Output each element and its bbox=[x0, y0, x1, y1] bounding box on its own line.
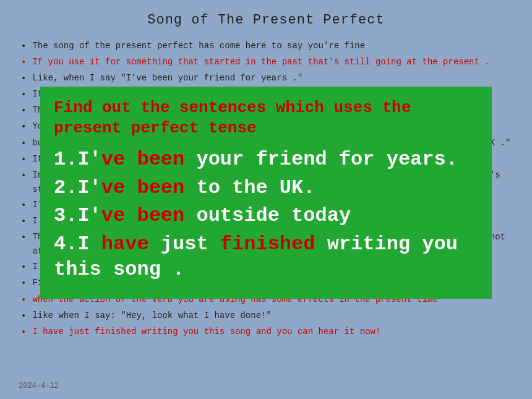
item2-rest: to the UK. bbox=[184, 176, 315, 199]
lyrics-item-2: Like, when I say "I've been your friend … bbox=[19, 71, 513, 86]
overlay-panel: Find out the sentences which uses the pr… bbox=[40, 87, 492, 299]
item4-highlight-have: have bbox=[101, 233, 149, 255]
item4-middle: just bbox=[149, 233, 220, 255]
item1-highlight: ve been bbox=[101, 148, 184, 171]
lyrics-item-0: The song of the present perfect has come… bbox=[19, 39, 513, 54]
item1-number: 1. bbox=[54, 148, 77, 171]
item3-rest: outside today bbox=[184, 204, 351, 227]
item3-number: 3. bbox=[54, 204, 77, 227]
item2-number: 2. bbox=[54, 176, 77, 199]
item1-prefix: I' bbox=[77, 148, 101, 171]
item3-prefix: I' bbox=[77, 204, 101, 227]
overlay-items-list: 1.I've been your friend for years. 2.I'v… bbox=[54, 147, 478, 283]
lyrics-item-15: like when I say: "Hey, look what I have … bbox=[19, 309, 513, 324]
overlay-item-1: 1.I've been your friend for years. bbox=[54, 147, 478, 173]
overlay-item-2: 2.I've been to the UK. bbox=[54, 175, 478, 201]
page-container: Song of The Present Perfect The song of … bbox=[0, 0, 532, 353]
page-title: Song of The Present Perfect bbox=[19, 12, 513, 28]
item2-prefix: I' bbox=[77, 176, 101, 199]
item1-rest: your friend for years. bbox=[184, 148, 458, 171]
item2-highlight: ve been bbox=[101, 176, 184, 199]
overlay-item-4: 4.I have just finished writing you this … bbox=[54, 231, 478, 283]
item4-number: 4. bbox=[54, 233, 77, 255]
overlay-item-3: 3.I've been outside today bbox=[54, 203, 478, 229]
date-label: 2024-4-12 bbox=[19, 382, 59, 390]
lyrics-item-1: If you use it for something that started… bbox=[19, 55, 513, 70]
item3-highlight: ve been bbox=[101, 204, 184, 227]
lyrics-item-16: I have just finished writing you this so… bbox=[19, 325, 513, 340]
overlay-instruction: Find out the sentences which uses the pr… bbox=[54, 98, 478, 138]
item4-prefix: I bbox=[77, 233, 101, 255]
item4-highlight-finished: finished bbox=[220, 233, 315, 255]
